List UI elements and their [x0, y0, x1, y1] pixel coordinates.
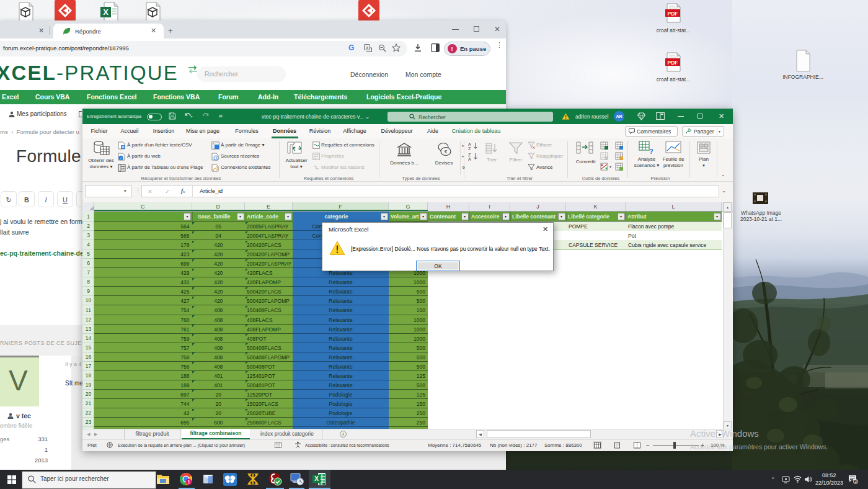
- svg-text:i: i: [120, 156, 122, 160]
- svg-text:A: A: [468, 157, 471, 161]
- svg-text:€: €: [445, 149, 448, 155]
- svg-text:PDF: PDF: [668, 11, 678, 17]
- svg-text:Z: Z: [468, 146, 471, 150]
- svg-text:▾: ▾: [191, 115, 193, 119]
- svg-text:1: 1: [187, 479, 190, 485]
- svg-text:a: a: [366, 45, 368, 50]
- svg-text:X: X: [103, 7, 108, 17]
- svg-text:3: 3: [854, 479, 857, 483]
- svg-text:Z: Z: [468, 153, 471, 157]
- svg-text:A: A: [468, 142, 471, 146]
- svg-text:PDF: PDF: [668, 60, 678, 66]
- svg-text:?: ?: [649, 148, 653, 155]
- svg-text:X: X: [314, 475, 319, 482]
